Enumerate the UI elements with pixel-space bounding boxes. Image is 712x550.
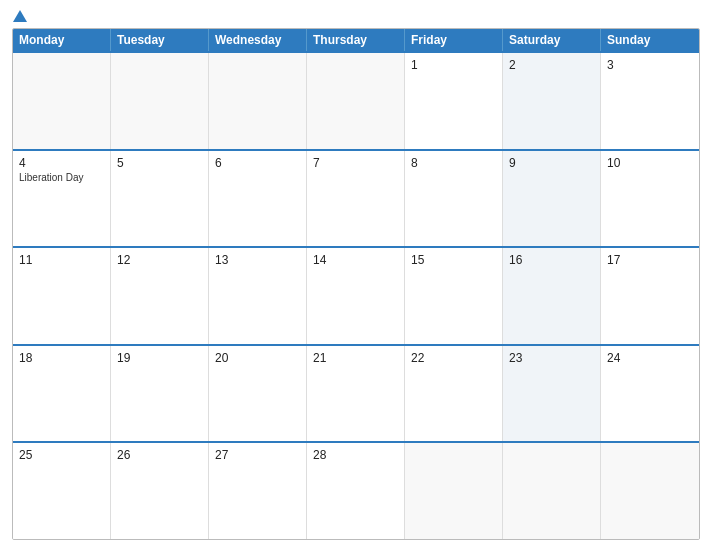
day-number: 23 bbox=[509, 351, 594, 365]
day-cell: 25 bbox=[13, 443, 111, 539]
day-cell bbox=[601, 443, 699, 539]
day-cell: 27 bbox=[209, 443, 307, 539]
logo-triangle-icon bbox=[13, 10, 27, 22]
day-cell: 10 bbox=[601, 151, 699, 247]
day-number: 4 bbox=[19, 156, 104, 170]
day-header-wednesday: Wednesday bbox=[209, 29, 307, 51]
day-number: 10 bbox=[607, 156, 693, 170]
day-number: 9 bbox=[509, 156, 594, 170]
day-cell: 21 bbox=[307, 346, 405, 442]
day-cell: 13 bbox=[209, 248, 307, 344]
day-number: 11 bbox=[19, 253, 104, 267]
day-cell: 22 bbox=[405, 346, 503, 442]
day-number: 1 bbox=[411, 58, 496, 72]
day-cell: 8 bbox=[405, 151, 503, 247]
week-row-2: 4Liberation Day5678910 bbox=[13, 149, 699, 247]
week-row-1: 123 bbox=[13, 51, 699, 149]
day-cell: 6 bbox=[209, 151, 307, 247]
day-number: 19 bbox=[117, 351, 202, 365]
logo bbox=[12, 10, 28, 22]
day-number: 25 bbox=[19, 448, 104, 462]
day-cell: 12 bbox=[111, 248, 209, 344]
week-row-5: 25262728 bbox=[13, 441, 699, 539]
day-cell bbox=[111, 53, 209, 149]
calendar-page: MondayTuesdayWednesdayThursdayFridaySatu… bbox=[0, 0, 712, 550]
day-cell: 4Liberation Day bbox=[13, 151, 111, 247]
day-number: 7 bbox=[313, 156, 398, 170]
day-cell: 2 bbox=[503, 53, 601, 149]
day-cell: 9 bbox=[503, 151, 601, 247]
day-cell: 24 bbox=[601, 346, 699, 442]
day-cell: 28 bbox=[307, 443, 405, 539]
day-number: 27 bbox=[215, 448, 300, 462]
day-number: 28 bbox=[313, 448, 398, 462]
day-cell: 17 bbox=[601, 248, 699, 344]
day-header-monday: Monday bbox=[13, 29, 111, 51]
day-cell bbox=[405, 443, 503, 539]
day-number: 24 bbox=[607, 351, 693, 365]
day-header-friday: Friday bbox=[405, 29, 503, 51]
day-number: 18 bbox=[19, 351, 104, 365]
day-number: 15 bbox=[411, 253, 496, 267]
day-cell: 18 bbox=[13, 346, 111, 442]
day-number: 5 bbox=[117, 156, 202, 170]
day-event: Liberation Day bbox=[19, 172, 104, 183]
day-number: 16 bbox=[509, 253, 594, 267]
day-cell: 16 bbox=[503, 248, 601, 344]
calendar-grid: MondayTuesdayWednesdayThursdayFridaySatu… bbox=[12, 28, 700, 540]
day-cell bbox=[307, 53, 405, 149]
day-cell: 11 bbox=[13, 248, 111, 344]
day-cell: 23 bbox=[503, 346, 601, 442]
day-cell: 19 bbox=[111, 346, 209, 442]
day-cell: 5 bbox=[111, 151, 209, 247]
day-number: 20 bbox=[215, 351, 300, 365]
day-header-saturday: Saturday bbox=[503, 29, 601, 51]
day-number: 26 bbox=[117, 448, 202, 462]
day-number: 8 bbox=[411, 156, 496, 170]
day-number: 14 bbox=[313, 253, 398, 267]
day-cell bbox=[209, 53, 307, 149]
day-cell: 1 bbox=[405, 53, 503, 149]
day-number: 2 bbox=[509, 58, 594, 72]
day-number: 6 bbox=[215, 156, 300, 170]
week-row-4: 18192021222324 bbox=[13, 344, 699, 442]
day-cell bbox=[13, 53, 111, 149]
day-cell: 15 bbox=[405, 248, 503, 344]
day-number: 13 bbox=[215, 253, 300, 267]
day-cell: 3 bbox=[601, 53, 699, 149]
day-cell: 7 bbox=[307, 151, 405, 247]
day-number: 3 bbox=[607, 58, 693, 72]
day-number: 17 bbox=[607, 253, 693, 267]
day-number: 21 bbox=[313, 351, 398, 365]
day-cell bbox=[503, 443, 601, 539]
calendar-header bbox=[12, 10, 700, 22]
day-headers-row: MondayTuesdayWednesdayThursdayFridaySatu… bbox=[13, 29, 699, 51]
day-header-sunday: Sunday bbox=[601, 29, 699, 51]
day-number: 22 bbox=[411, 351, 496, 365]
week-row-3: 11121314151617 bbox=[13, 246, 699, 344]
day-number: 12 bbox=[117, 253, 202, 267]
day-cell: 14 bbox=[307, 248, 405, 344]
weeks-container: 1234Liberation Day5678910111213141516171… bbox=[13, 51, 699, 539]
day-cell: 20 bbox=[209, 346, 307, 442]
day-header-thursday: Thursday bbox=[307, 29, 405, 51]
day-header-tuesday: Tuesday bbox=[111, 29, 209, 51]
day-cell: 26 bbox=[111, 443, 209, 539]
